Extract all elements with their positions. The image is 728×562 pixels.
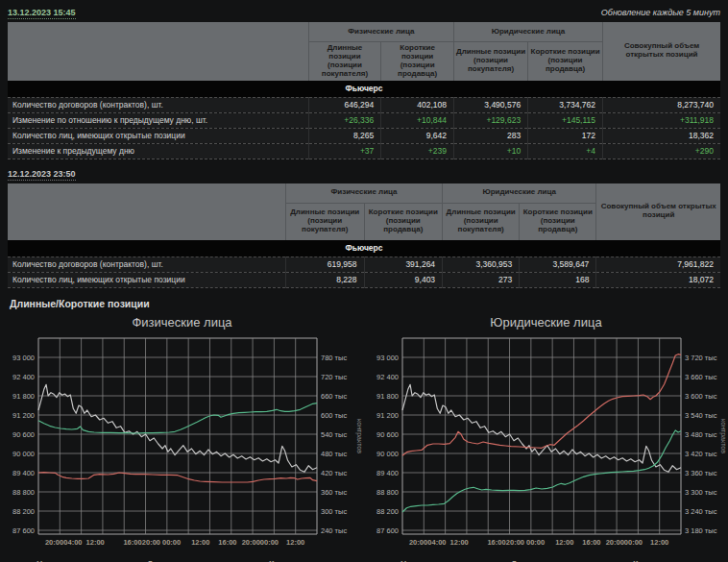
x-tick: 04:00: [427, 538, 446, 547]
col-short-legal: Короткие позиции (позиции продавца): [528, 42, 603, 81]
row-label: Количество договоров (контрактов), шт.: [8, 97, 308, 112]
y-left-tick: 89 400: [12, 468, 35, 476]
cell-value: 619,958: [285, 257, 364, 272]
y-right-tick: 240 тыс: [321, 525, 347, 534]
cell-value: 273: [443, 272, 520, 287]
x-tick: 20:00: [409, 538, 427, 547]
timestamp-current[interactable]: 13.12.2023 15:45: [8, 8, 76, 19]
y-right-tick: 3 660 тыс: [685, 372, 717, 380]
instrument-row-futures: Фьючерс: [8, 240, 720, 257]
legend-item[interactable]: Цена контракта: [381, 557, 467, 562]
open-positions-table-current: Физические лица Юридические лица Совокуп…: [8, 22, 720, 159]
blank-header-cell: [8, 22, 308, 81]
plot-area: 93 00092 40091 80091 20090 60090 00089 4…: [0, 332, 364, 553]
y-right-tick: 3 720 тыс: [685, 353, 717, 361]
row-label: Количество лиц, имеющих открытые позиции: [8, 272, 285, 287]
y-left-tick: 91 800: [376, 391, 399, 400]
cell-value: 3,490,576: [453, 97, 527, 112]
col-group-individuals: Физические лица: [308, 22, 453, 42]
row-label: Изменение к предыдущему дню: [8, 143, 308, 159]
y-right-tick: 600 тыс: [321, 410, 347, 419]
chart-title: Физические лица: [0, 313, 364, 332]
col-group-legal-entities: Юридические лица: [443, 183, 596, 204]
gridlines: [38, 338, 317, 534]
chart-legend: Цена контрактаДлинные позицииКороткие по…: [364, 557, 728, 562]
series-line-left: [402, 384, 681, 472]
cell-value: +10: [453, 143, 527, 159]
cell-value: 8,228: [285, 272, 364, 287]
cell-value: 18,362: [603, 128, 720, 143]
y-left-tick: 87 600: [376, 525, 399, 534]
chart-individuals: Физические лица 93 00092 40091 80091 200…: [0, 313, 364, 562]
y-left-tick: 88 200: [376, 506, 399, 515]
y-right-tick: 3 240 тыс: [685, 506, 717, 515]
series-line-right: [402, 354, 681, 456]
y-axis-title: контрактов: [355, 419, 363, 453]
cell-value: +145,115: [528, 112, 603, 128]
x-tick: 20:00: [506, 538, 524, 547]
plot-area: 93 00092 40091 80091 20090 60090 00089 4…: [364, 332, 728, 553]
y-left-tick: 92 400: [12, 372, 35, 380]
cell-value: 8,273,740: [603, 97, 720, 112]
legend-item[interactable]: Короткие позиции: [614, 557, 711, 562]
legend-item[interactable]: Длинные позиции: [128, 557, 225, 562]
table-row: Изменение по отношению к предыдущему дню…: [8, 112, 720, 128]
x-tick: 12:00: [555, 538, 573, 547]
y-left-tick: 93 000: [12, 353, 35, 361]
x-tick: 20:00: [606, 538, 624, 547]
legend-item[interactable]: Длинные позиции: [492, 557, 589, 562]
y-left-tick: 90 000: [376, 449, 399, 457]
topbar-previous: 12.12.2023 23:50: [8, 169, 720, 182]
x-tick: 00:00: [260, 538, 279, 547]
y-right-tick: 540 тыс: [321, 429, 347, 438]
legend-item[interactable]: Короткие позиции: [250, 557, 347, 562]
chart-title: Юридические лица: [364, 313, 728, 332]
y-left-tick: 91 800: [12, 391, 35, 400]
y-axis-title: контрактов: [719, 419, 727, 453]
y-left-tick: 87 600: [12, 525, 35, 534]
x-tick: 12:00: [191, 538, 209, 547]
cell-value: 172: [528, 128, 603, 143]
charts-row: Физические лица 93 00092 40091 80091 200…: [0, 313, 728, 562]
cell-value: 391,264: [364, 257, 443, 272]
cell-value: 283: [453, 128, 527, 143]
y-right-tick: 3 600 тыс: [685, 391, 717, 400]
update-note: Обновление каждые 5 минут: [601, 8, 720, 17]
y-right-tick: 780 тыс: [321, 353, 347, 361]
table-row: Количество лиц, имеющих открытые позиции…: [8, 272, 720, 287]
x-tick: 16:00: [487, 538, 505, 547]
cell-value: 646,294: [308, 97, 381, 112]
x-tick: 20:00: [242, 538, 260, 547]
col-short-legal: Короткие позиции (позиции продавца): [520, 203, 596, 240]
topbar-current: 13.12.2023 15:45 Обновление каждые 5 мин…: [8, 8, 720, 20]
x-tick: 04:00: [63, 538, 82, 547]
x-tick: 00:00: [624, 538, 643, 547]
cell-value: 9,403: [364, 272, 443, 287]
legend-item[interactable]: Цена контракта: [17, 557, 103, 562]
blank-header-cell: [8, 183, 285, 240]
col-total-open-positions: Совокупный объем открытых позиций: [596, 183, 720, 240]
cell-value: +129,623: [453, 112, 527, 128]
open-positions-table-previous: Физические лица Юридические лица Совокуп…: [8, 183, 720, 288]
y-right-tick: 3 540 тыс: [685, 410, 717, 419]
cell-value: 9,642: [381, 128, 454, 143]
x-tick: 16:00: [123, 538, 141, 547]
x-tick: 20:00: [142, 538, 160, 547]
y-right-tick: 3 420 тыс: [685, 449, 717, 457]
x-tick: 16:00: [218, 538, 236, 547]
gridlines: [402, 338, 681, 534]
charts-section-title: Длинные/Короткие позиции: [10, 298, 720, 309]
open-positions-dashboard: 13.12.2023 15:45 Обновление каждые 5 мин…: [0, 0, 728, 562]
x-tick: 12:00: [86, 538, 105, 547]
cell-value: +290: [603, 143, 720, 159]
timestamp-previous[interactable]: 12.12.2023 23:50: [8, 169, 76, 181]
cell-value: 18,072: [596, 272, 720, 287]
table-row: Изменение к предыдущему дню+37+239+10+4+…: [8, 143, 720, 159]
y-right-tick: 420 тыс: [321, 468, 347, 476]
x-tick: 20:00: [45, 538, 63, 547]
y-left-tick: 88 800: [376, 487, 399, 496]
x-tick: 12:00: [650, 538, 668, 547]
cell-value: 3,360,953: [443, 257, 520, 272]
x-tick: 16:00: [582, 538, 600, 547]
cell-value: 7,961,822: [596, 257, 720, 272]
